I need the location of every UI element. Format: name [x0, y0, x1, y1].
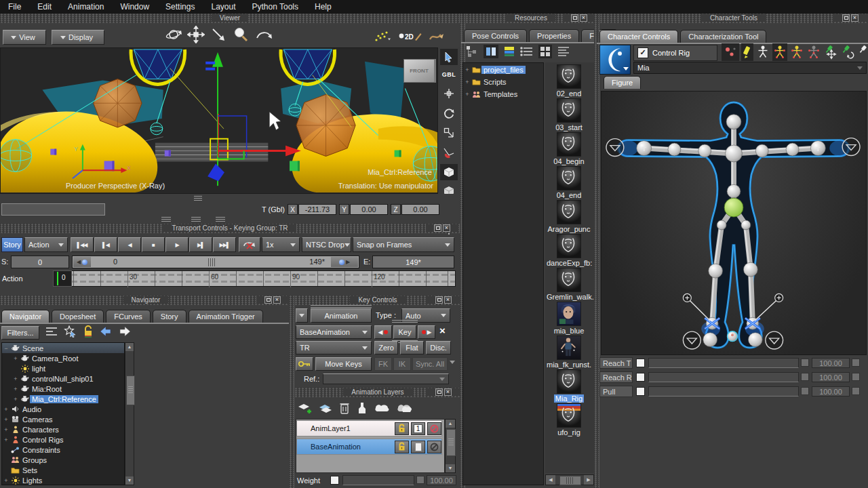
scroll-left-icon[interactable]: ◀ [546, 475, 555, 485]
asset-mia-fk-runst[interactable]: mia_fk_runst. [545, 336, 593, 369]
tree-item-controlnull-ship01[interactable]: +controlNull_ship01 [2, 373, 124, 384]
select-tool-icon[interactable] [440, 49, 458, 65]
slider-track[interactable] [648, 372, 799, 382]
translate-tool-icon[interactable] [440, 85, 458, 102]
timecode-dropdown[interactable]: NTSC Drop [302, 237, 351, 252]
asset-ufo-rig[interactable]: ufo_rig [545, 403, 593, 436]
layer-list-scrollbar[interactable]: ▲ ▼ [445, 419, 456, 473]
scroll-up-icon[interactable]: ▲ [125, 343, 134, 351]
tree-item-characters[interactable]: +Characters [2, 424, 124, 434]
go-to-start-button[interactable]: ▌◀◀ [71, 237, 94, 252]
expand-icon[interactable]: + [12, 355, 20, 362]
set-key-button[interactable]: Key [393, 325, 416, 339]
pen-icon[interactable] [741, 43, 753, 61]
tree-item-camera-root[interactable]: +Camera_Root [2, 353, 124, 363]
expand-icon[interactable]: + [463, 79, 471, 85]
start-frame-field[interactable]: 0 [11, 256, 69, 268]
character-figure[interactable]: T T [601, 92, 866, 354]
menu-layout[interactable]: Layout [203, 0, 243, 14]
slider-checkbox[interactable] [636, 359, 645, 367]
asset-04-begin[interactable]: 04_begin [545, 132, 593, 165]
delete-layer-icon[interactable] [339, 401, 350, 415]
translate-x-field[interactable]: -211.73 [298, 204, 336, 215]
close-icon[interactable]: × [851, 14, 859, 22]
figure-icon[interactable] [755, 43, 770, 61]
previous-key-button[interactable]: ◀ [374, 325, 392, 339]
menu-settings[interactable]: Settings [157, 0, 203, 14]
expand-icon[interactable]: + [2, 406, 10, 413]
story-button[interactable]: Story [1, 237, 23, 252]
tree-item-mia-ctrl-reference[interactable]: +Mia_Ctrl:Reference [2, 394, 124, 404]
duplicate-layer-icon[interactable] [318, 401, 333, 415]
key-icon-button[interactable] [296, 357, 313, 371]
tree-item-constraints[interactable]: Constraints [2, 445, 124, 455]
zoom-icon[interactable] [232, 26, 250, 43]
character-select-dropdown[interactable]: Mia [633, 62, 867, 74]
close-icon[interactable]: × [444, 296, 452, 304]
tab-figure[interactable]: Figure [604, 76, 641, 89]
layer-row-animlayer1[interactable]: AnimLayer11 [296, 420, 442, 436]
orbit-icon[interactable] [165, 26, 182, 43]
tree-item-groups[interactable]: Groups [2, 455, 124, 465]
next-key-button[interactable]: ▶▌ [189, 237, 212, 252]
star-select-icon[interactable] [64, 325, 77, 338]
back-arrow-icon[interactable] [99, 326, 113, 337]
slider-end-box[interactable] [852, 373, 860, 381]
panel-separator[interactable] [289, 296, 294, 488]
zero-button[interactable]: Zero [374, 341, 398, 354]
viewport[interactable]: FRONT Y X Producer Perspective (X-Ray) M… [0, 47, 438, 194]
range-start-handle[interactable]: ◀ [73, 257, 91, 267]
display-menu-button[interactable]: Display [52, 30, 104, 45]
merge-all-icon[interactable] [397, 401, 413, 415]
previous-key-button[interactable]: ▌◀ [94, 237, 117, 252]
close-icon[interactable]: × [443, 224, 450, 232]
tree-item-audio[interactable]: +Audio [2, 404, 124, 414]
flat-button[interactable]: Flat [400, 341, 424, 354]
slider-end-box[interactable] [852, 387, 860, 395]
folder-scripts[interactable]: +Scripts [463, 77, 543, 87]
forward-arrow-icon[interactable] [118, 326, 132, 337]
scroll-thumb[interactable] [446, 429, 456, 456]
play-button[interactable]: ▶ [165, 237, 189, 252]
panel-separator[interactable] [594, 14, 599, 488]
stop-button[interactable]: ■ [142, 237, 165, 252]
folder-project-files[interactable]: +project_files [463, 64, 543, 75]
weight-slider[interactable] [342, 475, 414, 485]
restore-icon[interactable] [435, 388, 443, 396]
detail-view-icon[interactable] [557, 46, 570, 57]
menu-file[interactable]: File [0, 0, 29, 14]
slider-box[interactable] [801, 387, 809, 395]
slider-checkbox[interactable] [636, 373, 645, 382]
ik-button[interactable]: IK [393, 357, 411, 371]
action-timeline-ruler[interactable]: 306090120 [53, 270, 456, 287]
restore-icon[interactable] [842, 14, 850, 22]
collapse-icon[interactable]: − [2, 345, 10, 352]
slider-value[interactable]: 100.00 [812, 386, 850, 396]
slider-value[interactable]: 100.00 [812, 372, 850, 382]
pin-rotate-icon[interactable] [840, 43, 855, 61]
tab-properties[interactable]: Properties [529, 29, 579, 42]
expand-icon[interactable]: + [2, 436, 10, 443]
scroll-up-icon[interactable]: ▲ [446, 420, 455, 428]
tree-item-mia-root[interactable]: +Mia:Root [2, 384, 124, 394]
asset-gremlin-walk[interactable]: Gremlin_walk. [545, 268, 593, 301]
asset-scrollbar[interactable]: ◀ ▶ [545, 474, 594, 485]
restore-icon[interactable] [571, 14, 578, 22]
current-frame-box[interactable]: 0 [53, 270, 72, 287]
scroll-down-icon[interactable]: ▼ [446, 464, 455, 472]
close-icon[interactable]: × [273, 296, 281, 304]
tab-characterization-tool[interactable]: Characterization Tool [680, 30, 766, 43]
snap-tool-icon[interactable] [440, 144, 458, 161]
resources-folder-tree[interactable]: +project_files+Scripts+Templates [462, 62, 544, 485]
menu-window[interactable]: Window [112, 0, 157, 14]
layer-mute-icon[interactable] [427, 422, 441, 435]
fcurve-pen-icon[interactable] [428, 30, 444, 43]
expand-icon[interactable]: + [12, 375, 20, 382]
tab-pose-controls[interactable]: Pose Controls [464, 29, 527, 42]
pan-icon[interactable] [187, 26, 205, 43]
layer-mode-badge[interactable]: 1 [411, 422, 425, 435]
drag-grip[interactable] [194, 196, 202, 201]
timeline-range-slider[interactable]: ◀ 0 149* ▶ [72, 256, 359, 268]
2d-display-icon[interactable]: 2D [398, 32, 422, 41]
asset-mia-rig[interactable]: Mia_Rig [545, 369, 593, 403]
